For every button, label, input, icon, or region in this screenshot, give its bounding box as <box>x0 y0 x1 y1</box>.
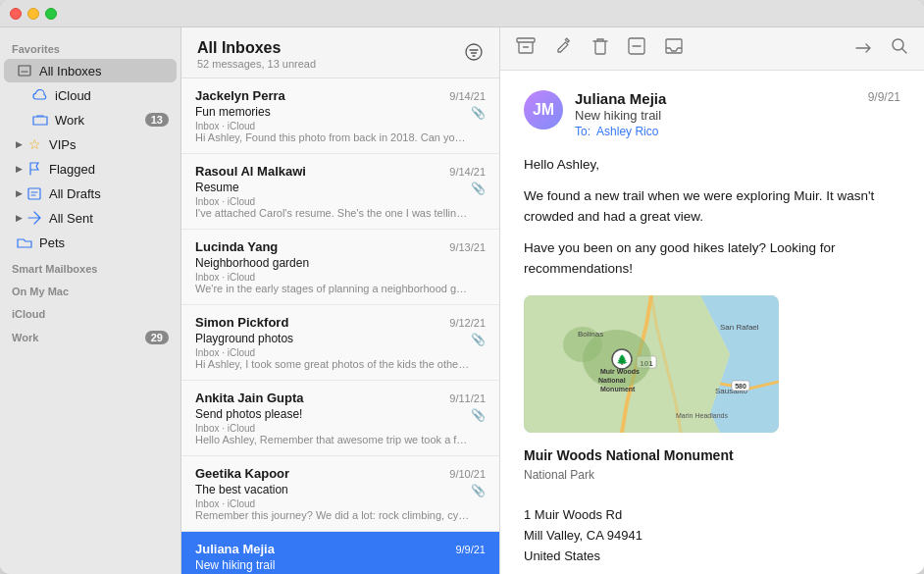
work-badge: 13 <box>145 113 169 127</box>
email-preview-2: I've attached Carol's resume. She's the … <box>195 207 470 219</box>
flag-icon <box>26 160 43 178</box>
sidebar-item-all-sent[interactable]: ▶ All Sent <box>4 206 177 230</box>
email-preview-5: Hello Ashley, Remember that awesome trip… <box>195 434 470 445</box>
inbox-icon <box>16 62 33 79</box>
work-section-badge: 29 <box>145 331 169 344</box>
sidebar-item-all-inboxes[interactable]: All Inboxes <box>4 59 177 82</box>
maximize-button[interactable] <box>45 8 57 20</box>
email-subject-5: Send photos please! <box>195 407 302 421</box>
flagged-chevron: ▶ <box>16 164 23 174</box>
sidebar-icloud-label: iCloud <box>55 88 169 103</box>
email-mailbox-2: Inbox · iCloud <box>195 196 255 207</box>
email-list-item-7[interactable]: Juliana Mejia 9/9/21 New hiking trail In… <box>181 532 499 574</box>
email-subject-2: Resume <box>195 181 239 194</box>
trash-icon[interactable] <box>592 37 608 60</box>
email-list-item-3[interactable]: Lucinda Yang 9/13/21 Neighborhood garden… <box>181 230 499 305</box>
drafts-icon <box>26 184 43 202</box>
favorites-section-label: Favorites <box>0 35 180 58</box>
email-mailbox-6: Inbox · iCloud <box>195 498 255 509</box>
email-sender-7: Juliana Mejia <box>195 542 275 556</box>
email-paragraph-2: Have you been on any good hikes lately? … <box>524 237 900 280</box>
location-map: 101 🌲 Bolinas Muir Woods National Monume… <box>524 295 779 433</box>
svg-text:Monument: Monument <box>600 386 636 392</box>
email-detail-panel: JM Juliana Mejia New hiking trail To: As… <box>500 27 924 574</box>
email-list-item-4[interactable]: Simon Pickford 9/12/21 Playground photos… <box>181 305 499 381</box>
sent-chevron: ▶ <box>16 213 23 223</box>
sidebar-drafts-label: All Drafts <box>49 186 169 201</box>
svg-rect-0 <box>28 188 40 199</box>
close-button[interactable] <box>10 8 22 20</box>
sidebar-item-work[interactable]: Work 13 <box>4 108 177 131</box>
more-icon[interactable] <box>855 38 871 59</box>
attachment-icon-5: 📎 <box>471 408 486 422</box>
email-date-3: 9/13/21 <box>449 241 486 253</box>
svg-text:Bolinas: Bolinas <box>578 330 603 339</box>
attachment-icon-1: 📎 <box>471 106 486 120</box>
email-sender-4: Simon Pickford <box>195 315 288 330</box>
email-sender-6: Geetika Kapoor <box>195 466 289 481</box>
email-list-item-2[interactable]: Rasoul Al Malkawi 9/14/21 Resume 📎 Inbox… <box>181 154 499 230</box>
sidebar-work-favorites-label: Work <box>55 113 145 128</box>
location-type: National Park <box>524 466 900 485</box>
email-preview-4: Hi Ashley, I took some great photos of t… <box>195 358 470 370</box>
sidebar-item-pets[interactable]: Pets <box>4 231 177 254</box>
location-address-1: 1 Muir Woods Rd <box>524 505 900 526</box>
location-address-2: Mill Valley, CA 94941 <box>524 526 900 547</box>
location-info: Muir Woods National Monument National Pa… <box>524 444 900 574</box>
vips-chevron: ▶ <box>16 139 23 149</box>
on-my-mac-label: On My Mac <box>0 278 180 300</box>
email-list-header: All Inboxes 52 messages, 13 unread <box>181 27 499 78</box>
svg-text:🌲: 🌲 <box>616 353 629 366</box>
email-list: Jackelyn Perra 9/14/21 Fun memories 📎 In… <box>181 78 499 574</box>
email-mailbox-5: Inbox · iCloud <box>195 423 255 434</box>
sidebar-item-all-drafts[interactable]: ▶ All Drafts <box>4 182 177 205</box>
svg-text:Marin Headlands: Marin Headlands <box>676 412 728 419</box>
email-meta: Juliana Mejia New hiking trail To: Ashle… <box>575 90 856 138</box>
move-to-inbox-icon[interactable] <box>665 38 683 59</box>
search-icon[interactable] <box>891 37 908 60</box>
email-preview-1: Hi Ashley, Found this photo from back in… <box>195 131 470 143</box>
minimize-button[interactable] <box>27 8 39 20</box>
email-date-5: 9/11/21 <box>449 392 486 404</box>
to-name[interactable]: Ashley Rico <box>596 125 658 138</box>
email-preview-6: Remember this journey? We did a lot: roc… <box>195 509 470 521</box>
mail-window: Favorites All Inboxes iCloud <box>0 0 924 574</box>
attachment-icon-4: 📎 <box>471 333 486 346</box>
cloud-icon <box>31 86 49 104</box>
sidebar-item-icloud[interactable]: iCloud <box>4 83 177 107</box>
email-mailbox-4: Inbox · iCloud <box>195 347 255 358</box>
email-greeting: Hello Ashley, <box>524 154 900 176</box>
work-section-label: Work 29 <box>0 323 180 347</box>
email-list-item-6[interactable]: Geetika Kapoor 9/10/21 The best vacation… <box>181 456 499 532</box>
email-list-item-1[interactable]: Jackelyn Perra 9/14/21 Fun memories 📎 In… <box>181 78 499 154</box>
email-subject-6: The best vacation <box>195 483 288 496</box>
sidebar-item-vips[interactable]: ▶ ☆ VIPs <box>4 132 177 156</box>
delete-icon[interactable] <box>628 37 645 60</box>
detail-subject: New hiking trail <box>575 108 856 123</box>
email-subject-1: Fun memories <box>195 105 271 119</box>
detail-to: To: Ashley Rico <box>575 125 856 138</box>
email-date-4: 9/12/21 <box>449 317 486 329</box>
svg-text:580: 580 <box>735 383 746 390</box>
email-subject-4: Playground photos <box>195 332 293 345</box>
attachment-icon-2: 📎 <box>471 182 486 195</box>
email-subject-3: Neighborhood garden <box>195 256 309 270</box>
email-detail-content: JM Juliana Mejia New hiking trail To: As… <box>500 71 924 574</box>
filter-icon[interactable] <box>464 43 484 66</box>
svg-text:National: National <box>598 377 626 384</box>
svg-text:San Rafael: San Rafael <box>720 323 759 332</box>
email-mailbox-1: Inbox · iCloud <box>195 121 255 131</box>
icloud-section-label: iCloud <box>0 300 180 323</box>
archive-icon[interactable] <box>516 37 536 60</box>
email-preview-3: We're in the early stages of planning a … <box>195 283 470 294</box>
star-icon: ☆ <box>26 135 43 153</box>
attachment-icon-6: 📎 <box>471 484 486 497</box>
compose-icon[interactable] <box>555 37 573 60</box>
sidebar-item-flagged[interactable]: ▶ Flagged <box>4 157 177 181</box>
sidebar-flagged-label: Flagged <box>49 162 169 177</box>
titlebar <box>0 0 924 27</box>
sidebar-pets-label: Pets <box>39 235 169 250</box>
email-list-item-5[interactable]: Ankita Jain Gupta 9/11/21 Send photos pl… <box>181 381 499 456</box>
email-list-subtitle: 52 messages, 13 unread <box>197 58 316 70</box>
detail-toolbar <box>500 27 924 71</box>
